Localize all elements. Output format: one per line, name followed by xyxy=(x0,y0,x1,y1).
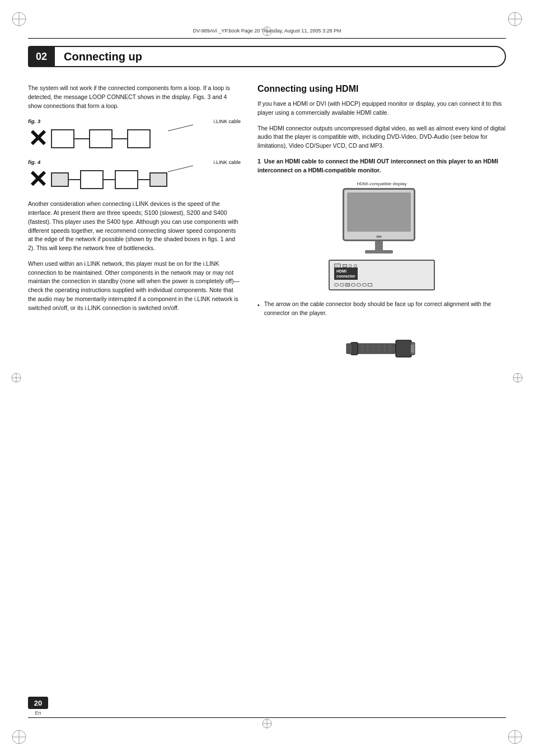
fig3-cable-label: i.LINK cable xyxy=(213,119,241,124)
player-ports-bottom xyxy=(334,283,372,287)
hdmi-illustration: HDMI-compatible display xyxy=(257,181,506,293)
bullet-item: • The arrow on the cable connector body … xyxy=(257,300,506,318)
fig4-diagram: ✕ i.LINK cable xyxy=(28,167,241,192)
player-body: HDMI connector xyxy=(329,260,435,290)
step1-text: Use an HDMI cable to connect the HDMI OU… xyxy=(257,158,498,173)
page-number-area: 20 En xyxy=(28,697,48,716)
right-column: Connecting using HDMI If you have a HDMI… xyxy=(257,84,506,700)
step1-instruction: 1 Use an HDMI cable to connect the HDMI … xyxy=(257,157,506,175)
chapter-title: Connecting up xyxy=(64,50,142,63)
hdmi-cable-svg xyxy=(345,327,418,383)
chapter-title-box: Connecting up xyxy=(55,46,506,67)
monitor-base xyxy=(365,250,393,253)
corner-reg-mark-tl xyxy=(10,10,28,28)
hdmi-connector-label: HDMI connector xyxy=(334,267,358,280)
bullet-dot: • xyxy=(257,301,260,318)
left-center-mark xyxy=(10,372,22,385)
chapter-header: 02 Connecting up xyxy=(28,46,506,67)
corner-reg-mark-tr xyxy=(506,10,524,28)
ilink-speed-text: Another consideration when connecting i.… xyxy=(28,200,241,253)
step1-number: 1 xyxy=(257,158,261,165)
network-text: When used within an i.LINK network, this… xyxy=(28,260,241,313)
svg-line-18 xyxy=(168,125,193,131)
monitor-button xyxy=(376,236,382,238)
hdmi-label-line1: HDMI xyxy=(336,269,355,274)
monitor-screen xyxy=(347,192,411,232)
section-heading: Connecting using HDMI xyxy=(257,84,506,94)
svg-rect-31 xyxy=(346,344,352,354)
right-center-mark xyxy=(512,372,524,385)
fig4-container: fig. 4 ✕ i.LINK cable xyxy=(28,159,241,192)
fig3-container: fig. 3 ✕ i.LINK cable xyxy=(28,118,241,151)
loop-intro-text: The system will not work if the connecte… xyxy=(28,84,241,110)
left-column: The system will not work if the connecte… xyxy=(28,84,241,700)
fig3-x-mark: ✕ xyxy=(28,127,48,151)
svg-rect-21 xyxy=(396,340,411,357)
page-number-box: 20 xyxy=(28,697,48,709)
fig4-cable-label: i.LINK cable xyxy=(213,159,241,165)
svg-line-19 xyxy=(168,166,193,172)
monitor-body xyxy=(343,188,415,241)
top-center-mark xyxy=(261,25,273,39)
hdmi-display-diagram: HDMI-compatible display xyxy=(320,181,443,293)
corner-reg-mark-br xyxy=(506,728,524,746)
fig3-diagram: ✕ i.LINK cable xyxy=(28,126,241,151)
fig4-blocks xyxy=(51,170,167,189)
page-lang: En xyxy=(28,710,48,716)
hdmi-intro-text: If you have a HDMI or DVI (with HDCP) eq… xyxy=(257,100,506,118)
bullet-text: The arrow on the cable connector body sh… xyxy=(264,300,506,318)
monitor-stand xyxy=(375,241,383,250)
page-number: 20 xyxy=(34,699,42,707)
monitor-label: HDMI-compatible display xyxy=(357,181,407,186)
bottom-center-mark xyxy=(261,717,273,731)
content-area: The system will not work if the connecte… xyxy=(28,84,506,700)
fig3-blocks xyxy=(51,129,151,148)
corner-reg-mark-bl xyxy=(10,728,28,746)
fig4-label: fig. 4 xyxy=(28,159,241,165)
hdmi-label-line2: connector xyxy=(336,274,355,279)
hdmi-cable-illustration xyxy=(257,327,506,383)
svg-rect-23 xyxy=(411,345,414,353)
fig3-label: fig. 3 xyxy=(28,118,241,124)
hdmi-description-text: The HDMI connector outputs uncompressed … xyxy=(257,124,506,151)
chapter-number: 02 xyxy=(28,46,55,67)
fig4-x-mark: ✕ xyxy=(28,168,48,191)
